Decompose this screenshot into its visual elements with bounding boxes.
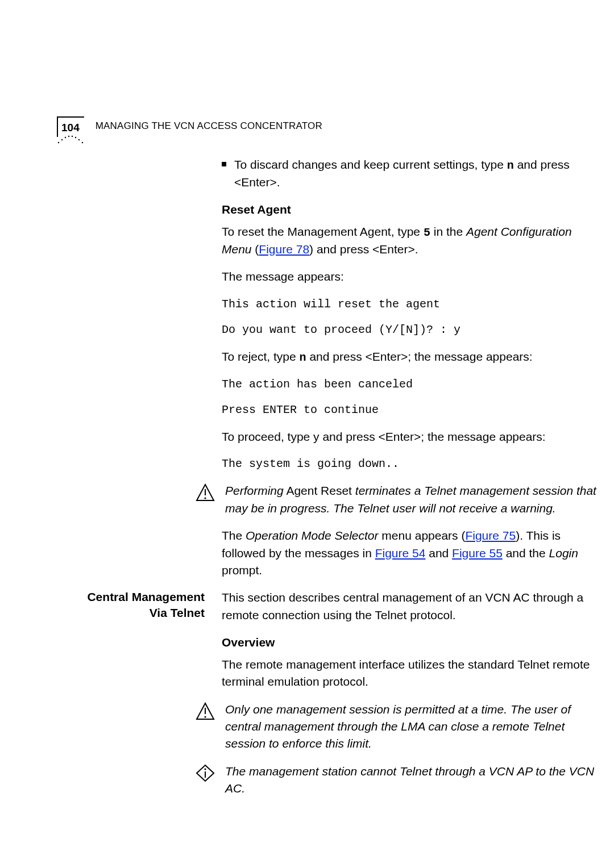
warning-triangle-icon <box>196 702 215 720</box>
svg-point-2 <box>65 137 66 138</box>
svg-point-12 <box>204 768 206 770</box>
figure-54-link[interactable]: Figure 54 <box>375 546 426 560</box>
proceed-instruction: To proceed, type y and press <Enter>; th… <box>222 428 597 445</box>
svg-point-3 <box>68 136 69 137</box>
overview-heading: Overview <box>222 634 597 651</box>
figure-75-link[interactable]: Figure 75 <box>465 529 516 542</box>
header-dot-decoration-icon <box>57 134 86 144</box>
page-body: To discard changes and keep current sett… <box>222 156 597 798</box>
svg-point-11 <box>204 716 206 717</box>
reset-agent-intro: To reset the Management Agent, type 5 in… <box>222 223 597 258</box>
figure-78-link[interactable]: Figure 78 <box>259 243 309 256</box>
message-appears-label: The message appears: <box>222 268 597 285</box>
reset-warning-callout: Performing Agent Reset terminates a Teln… <box>196 482 597 517</box>
mono-going-down: The system is going down.. <box>222 456 597 472</box>
reset-warning-text: Performing Agent Reset terminates a Teln… <box>225 482 597 517</box>
svg-point-6 <box>78 139 80 140</box>
single-session-warning: Only one management session is permitted… <box>196 701 597 753</box>
overview-para: The remote management interface utilizes… <box>222 656 597 691</box>
single-session-warning-text: Only one management session is permitted… <box>225 701 597 753</box>
warning-triangle-icon <box>196 483 215 502</box>
central-mgmt-intro: This section describes central managemen… <box>222 589 597 624</box>
info-diamond-icon <box>196 764 215 782</box>
discard-changes-bullet: To discard changes and keep current sett… <box>222 156 597 191</box>
mono-reset-msg-2: Do you want to proceed (Y/[N])? : y <box>222 322 597 338</box>
running-header: 104 MANAGING THE VCN ACCESS CONCENTRATOR <box>57 116 322 137</box>
bullet-icon <box>222 162 226 166</box>
mono-reset-msg-1: This action will reset the agent <box>222 296 597 312</box>
mono-cancel-msg-1: The action has been canceled <box>222 376 597 393</box>
telnet-info-text: The management station cannot Telnet thr… <box>225 763 597 798</box>
bullet-text: To discard changes and keep current sett… <box>234 156 597 191</box>
reset-agent-heading: Reset Agent <box>222 201 597 218</box>
telnet-info-callout: The management station cannot Telnet thr… <box>196 763 597 798</box>
post-reset-para: The Operation Mode Selector menu appears… <box>222 527 597 579</box>
svg-point-0 <box>58 142 59 143</box>
svg-point-7 <box>82 142 83 143</box>
reject-instruction: To reject, type n and press <Enter>; the… <box>222 348 597 366</box>
svg-point-1 <box>61 139 63 140</box>
svg-point-4 <box>72 136 73 137</box>
figure-55-link[interactable]: Figure 55 <box>452 546 503 560</box>
central-mgmt-side-heading: Central Management Via Telnet <box>57 589 205 620</box>
running-head-text: MANAGING THE VCN ACCESS CONCENTRATOR <box>96 119 322 133</box>
svg-point-9 <box>204 498 206 499</box>
svg-point-5 <box>75 137 76 138</box>
mono-cancel-msg-2: Press ENTER to continue <box>222 402 597 418</box>
central-mgmt-section: Central Management Via Telnet This secti… <box>222 589 597 624</box>
